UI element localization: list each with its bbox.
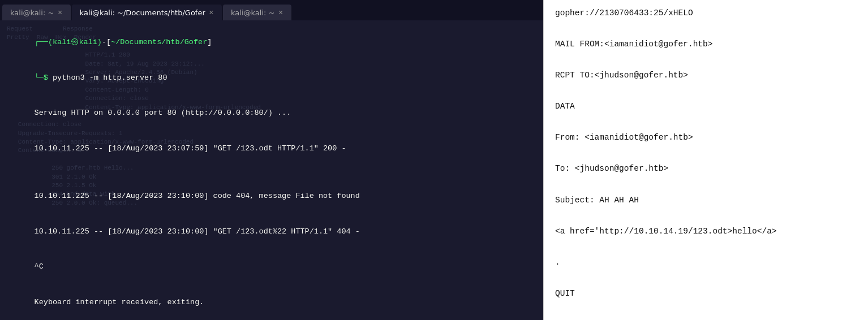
smtp-blank-2 bbox=[555, 53, 857, 68]
smtp-blank-8 bbox=[555, 239, 857, 255]
output-404-2: 10.10.11.225 -- [18/Aug/2023 23:10:00] "… bbox=[7, 214, 536, 250]
terminal-panel: kali@kali: ~ ✕ kali@kali: ~/Documents/ht… bbox=[0, 0, 543, 320]
tab-label: kali@kali: ~ bbox=[231, 8, 274, 17]
output-keyboard-interrupt: Keyboard interrupt received, exiting. bbox=[7, 285, 536, 320]
prompt-symbol-1: └─$ bbox=[35, 73, 53, 82]
smtp-quit: QUIT bbox=[555, 286, 857, 302]
smtp-dot: . bbox=[555, 255, 857, 271]
blank-1 bbox=[7, 167, 536, 179]
close-icon[interactable]: ✕ bbox=[209, 9, 214, 16]
prompt-dir-1: ~/Documents/htb/Gofer bbox=[111, 38, 207, 46]
prompt-bracket-open: ┌── bbox=[35, 38, 48, 46]
prompt-line-1: ┌──(kali㉿kali)-[~/Documents/htb/Gofer] bbox=[7, 25, 536, 60]
smtp-mail-from: MAIL FROM:<iamanidiot@gofer.htb> bbox=[555, 37, 857, 53]
prompt-dash: -[ bbox=[102, 38, 111, 46]
smtp-blank-9 bbox=[555, 270, 857, 286]
smtp-to: To: <jhudson@gofer.htb> bbox=[555, 161, 857, 177]
cmd-line-1: └─$ python3 -m http.server 80 bbox=[7, 60, 536, 96]
smtp-blank-7 bbox=[555, 208, 857, 224]
tab-bar: kali@kali: ~ ✕ kali@kali: ~/Documents/ht… bbox=[0, 0, 543, 20]
cmd-text-1: python3 -m http.server 80 bbox=[53, 73, 167, 82]
smtp-blank-6 bbox=[555, 177, 857, 193]
smtp-blank-3 bbox=[555, 84, 857, 100]
close-icon[interactable]: ✕ bbox=[278, 9, 283, 16]
terminal-content[interactable]: Request Response Pretty Raw Hex Render H… bbox=[0, 20, 543, 320]
smtp-data: DATA bbox=[555, 99, 857, 115]
smtp-blank-4 bbox=[555, 115, 857, 131]
tab-label: kali@kali: ~ bbox=[10, 8, 54, 17]
tab-label: kali@kali: ~/Documents/htb/Gofer bbox=[80, 8, 205, 17]
tab-kali-gofer[interactable]: kali@kali: ~/Documents/htb/Gofer ✕ bbox=[72, 5, 222, 20]
prompt-user: (kali㉿kali) bbox=[48, 38, 102, 46]
output-404-1: 10.10.11.225 -- [18/Aug/2023 23:10:00] c… bbox=[7, 179, 536, 214]
tab-kali-home-1[interactable]: kali@kali: ~ ✕ bbox=[2, 5, 71, 20]
output-serving-1: Serving HTTP on 0.0.0.0 port 80 (http://… bbox=[7, 96, 536, 132]
smtp-blank-1 bbox=[555, 21, 857, 37]
output-ctrl-c: ^C bbox=[7, 250, 536, 286]
output-get-1: 10.10.11.225 -- [18/Aug/2023 23:07:59] "… bbox=[7, 131, 536, 167]
smtp-from: From: <iamanidiot@gofer.htb> bbox=[555, 130, 857, 146]
prompt-bracket-close: ] bbox=[207, 38, 212, 46]
smtp-body-link: <a href='http://10.10.14.19/123.odt>hell… bbox=[555, 224, 857, 240]
close-icon[interactable]: ✕ bbox=[57, 9, 62, 16]
smtp-blank-5 bbox=[555, 146, 857, 162]
tab-kali-home-2[interactable]: kali@kali: ~ ✕ bbox=[223, 5, 291, 20]
smtp-panel: gopher://2130706433:25/xHELO MAIL FROM:<… bbox=[543, 0, 868, 320]
smtp-subject: Subject: AH AH AH bbox=[555, 193, 857, 209]
smtp-rcpt-to: RCPT TO:<jhudson@gofer.htb> bbox=[555, 68, 857, 84]
smtp-gopher: gopher://2130706433:25/xHELO bbox=[555, 6, 857, 21]
